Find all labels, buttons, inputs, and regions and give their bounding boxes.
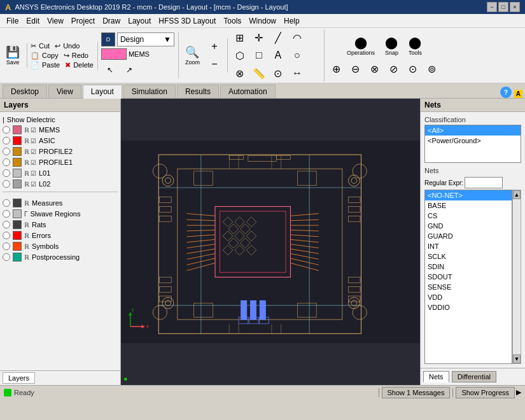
via-button[interactable]: ⊗ [231,65,249,81]
rect-button[interactable]: □ [250,47,268,64]
menu-window[interactable]: Window [245,15,280,27]
svg-rect-68 [241,301,247,320]
scroll-down-btn[interactable]: ▼ [513,354,521,363]
layer-l02-radio[interactable] [3,180,10,188]
op-btn3[interactable]: ⊗ [366,60,384,77]
redo-label[interactable]: Redo [72,52,88,59]
layer-errors-radio[interactable] [3,232,10,239]
copy-label[interactable]: Copy [42,52,59,59]
net-vdd[interactable]: VDD [425,292,512,302]
op-btn5[interactable]: ⊙ [404,60,422,77]
show-progress-button[interactable]: Show Progress [456,387,515,398]
layer-asic-label: ASIC [39,137,55,144]
undo-label[interactable]: Undo [63,42,80,50]
paste-label[interactable]: Paste [42,61,60,69]
classification-all[interactable]: <All> [425,125,521,136]
operations-button[interactable]: ⬤ Operations [344,34,378,58]
ready-icon [4,389,11,396]
select-tool-button[interactable]: ↖ [101,62,119,78]
net-no-net[interactable]: <NO-NET> [425,190,512,200]
design-dropdown-value: Design [120,35,144,44]
tab-results[interactable]: Results [177,85,219,98]
show-messages-button[interactable]: Show 1 Messages [382,387,451,398]
tool2-button[interactable]: ↗ [120,62,138,78]
op-btn6[interactable]: ⊚ [423,60,441,77]
menu-hfss[interactable]: HFSS 3D Layout [155,15,220,27]
zoom-button[interactable]: 🔍 Zoom [182,43,203,67]
layer-symbols-radio[interactable] [3,242,10,250]
menu-draw[interactable]: Draw [99,15,124,27]
zoom-out-button[interactable]: − [206,56,223,73]
net-cs[interactable]: CS [425,211,512,221]
menu-project[interactable]: Project [67,15,99,27]
op-btn4[interactable]: ⊘ [385,60,403,77]
layer-postprocessing-radio[interactable] [3,253,10,261]
arc-button[interactable]: ◠ [288,29,306,46]
grid-button[interactable]: ⊞ [231,29,249,46]
regex-input[interactable] [465,177,503,188]
layer-rats-radio[interactable] [3,221,10,228]
circle-button[interactable]: ○ [288,47,306,64]
design-dropdown[interactable]: Design ▼ [117,32,174,46]
snap-button-main[interactable]: ⬤ Snap [382,34,402,58]
tools-button-main[interactable]: ⬤ Tools [405,34,425,58]
net-sdin[interactable]: SDIN [425,262,512,272]
close-button[interactable]: × [510,2,520,12]
scroll-up-btn[interactable]: ▲ [513,190,521,199]
tab-automation[interactable]: Automation [220,85,276,98]
mems-color-swatch[interactable] [101,48,127,60]
net-sense[interactable]: SENSE [425,282,512,292]
cut-label[interactable]: Cut [39,42,50,50]
tab-simulation[interactable]: Simulation [123,85,176,98]
layers-tab[interactable]: Layers [3,372,35,384]
delete-label[interactable]: Delete [73,61,94,69]
layer-measures-radio[interactable] [3,199,10,207]
polygon-button[interactable]: ⬡ [231,47,249,64]
move-button[interactable]: ✛ [250,29,268,46]
classification-listbox[interactable]: <All> <Power/Ground> [424,125,521,163]
nets-net-list[interactable]: <NO-NET> BASE CS GND GUARD INT SCLK SDIN… [424,190,512,364]
menu-layout[interactable]: Layout [124,15,155,27]
classification-power-ground[interactable]: <Power/Ground> [425,136,521,146]
save-button[interactable]: 💾 Save [3,43,23,67]
regex-label: Regular Expr: [424,179,463,186]
layer-profile2-radio[interactable] [3,148,10,155]
net-int[interactable]: INT [425,241,512,251]
menu-view[interactable]: View [43,15,67,27]
menu-help[interactable]: Help [280,15,304,27]
nets-tab-differential[interactable]: Differential [452,371,496,382]
tab-desktop[interactable]: Desktop [3,85,47,98]
design-canvas[interactable]: x y ● [121,99,420,385]
zoom-in-button[interactable]: + [206,38,223,55]
net-guard[interactable]: GUARD [425,231,512,241]
menu-tools[interactable]: Tools [220,15,245,27]
nets-scrollbar[interactable]: ▲ ▼ [512,190,521,364]
snap-button[interactable]: ⊙ [269,65,287,81]
op-btn2[interactable]: ⊖ [347,60,365,77]
net-sclk[interactable]: SCLK [425,251,512,262]
net-gnd[interactable]: GND [425,221,512,231]
nets-tab-nets[interactable]: Nets [423,371,449,382]
zoom-group: 🔍 Zoom + − [182,38,228,73]
flip-button[interactable]: ↔ [288,65,306,81]
menu-edit[interactable]: Edit [22,15,43,27]
layer-asic-radio[interactable] [3,137,10,144]
help-button[interactable]: ? [500,87,512,98]
layer-l01-radio[interactable] [3,169,10,177]
status-ready-text: Ready [14,389,376,396]
text-button[interactable]: A [269,47,287,64]
net-base[interactable]: BASE [425,200,512,211]
minimize-button[interactable]: − [487,2,497,12]
net-vddio[interactable]: VDDIO [425,302,512,312]
layer-profile1-radio[interactable] [3,158,10,166]
layer-mems-radio[interactable] [3,126,10,134]
measure-button[interactable]: 📏 [250,65,268,81]
layer-slwave-radio[interactable] [3,210,10,218]
op-btn1[interactable]: ⊕ [328,60,346,77]
draw-line-button[interactable]: ╱ [269,29,287,46]
tab-layout[interactable]: Layout [83,85,122,99]
maximize-button[interactable]: □ [498,2,508,12]
tab-view[interactable]: View [48,85,81,98]
menu-file[interactable]: File [3,15,22,27]
net-sdout[interactable]: SDOUT [425,272,512,282]
